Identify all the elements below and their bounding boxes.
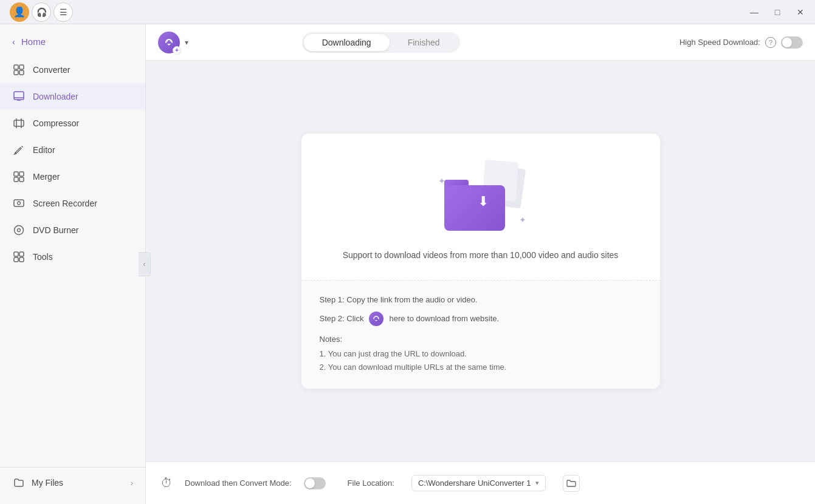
maximize-button[interactable]: □: [768, 4, 787, 21]
sidebar-item-dvd-burner[interactable]: DVD Burner: [0, 217, 145, 243]
editor-label: Editor: [33, 145, 55, 155]
notes-title: Notes:: [320, 335, 642, 344]
screen-recorder-label: Screen Recorder: [33, 199, 97, 208]
collapse-icon: ‹: [143, 260, 146, 268]
menu-button[interactable]: ☰: [53, 2, 73, 22]
sidebar-item-screen-recorder[interactable]: Screen Recorder: [0, 190, 145, 217]
svg-rect-19: [19, 252, 24, 256]
notes-section: Notes: 1. You can just drag the URL to d…: [320, 335, 642, 374]
dvd-burner-label: DVD Burner: [33, 225, 78, 235]
my-files-label: My Files: [32, 478, 63, 488]
logo-plus-icon: +: [173, 46, 181, 55]
merger-label: Merger: [33, 172, 60, 182]
convert-mode-toggle[interactable]: [304, 477, 326, 489]
svg-rect-20: [14, 257, 18, 262]
file-location-label: File Location:: [348, 478, 394, 488]
download-area: ⬇ ✦ ✦ Support to download videos from mo…: [146, 61, 815, 461]
tab-container: Downloading Finished: [302, 32, 460, 53]
help-icon[interactable]: ?: [765, 37, 776, 48]
file-location-select[interactable]: C:\Wondershare UniConverter 1 ▾: [411, 475, 546, 491]
converter-icon: [12, 63, 26, 77]
sidebar-item-downloader[interactable]: Downloader: [0, 83, 145, 110]
tab-finished[interactable]: Finished: [390, 34, 458, 51]
download-card: ⬇ ✦ ✦ Support to download videos from mo…: [301, 134, 660, 389]
minimize-button[interactable]: —: [745, 4, 764, 21]
download-arrow-icon: ⬇: [478, 194, 489, 209]
app-body: ‹ Home Converter: [0, 24, 815, 504]
sidebar-my-files[interactable]: My Files ›: [0, 467, 145, 498]
svg-point-22: [167, 39, 168, 41]
svg-rect-12: [14, 177, 18, 182]
download-description: Support to download videos from more tha…: [343, 249, 619, 262]
sidebar-wrapper: ‹ Home Converter: [0, 24, 146, 504]
svg-rect-14: [14, 200, 24, 206]
dvd-burner-icon: [12, 223, 26, 237]
sidebar-item-merger[interactable]: Merger: [0, 163, 145, 190]
high-speed-toggle[interactable]: [781, 36, 803, 49]
logo-dropdown-icon[interactable]: ▾: [185, 38, 188, 47]
merger-icon: [12, 170, 26, 183]
topbar: + ▾ Downloading Finished High Speed Down…: [146, 24, 815, 61]
inline-logo-icon: [369, 312, 383, 326]
download-illustration: ⬇ ✦ ✦: [432, 158, 529, 237]
sparkle-icon-1: ✦: [438, 176, 445, 186]
downloader-label: Downloader: [33, 92, 78, 101]
step1-text: Step 1: Copy the link from the audio or …: [320, 295, 642, 304]
svg-point-23: [170, 39, 172, 41]
headset-icon: 🎧: [36, 7, 47, 17]
screen-recorder-icon: [12, 197, 26, 210]
editor-icon: [12, 143, 26, 157]
svg-rect-0: [14, 65, 18, 69]
note-item-1: 1. You can just drag the URL to download…: [320, 347, 642, 361]
svg-rect-11: [19, 172, 24, 176]
svg-rect-18: [14, 252, 18, 256]
open-folder-button[interactable]: [563, 475, 580, 492]
sidebar-item-converter[interactable]: Converter: [0, 56, 145, 83]
svg-rect-10: [14, 172, 18, 176]
support-button[interactable]: 🎧: [32, 2, 51, 22]
compressor-label: Compressor: [33, 118, 79, 128]
home-arrow-icon: ‹: [12, 36, 15, 47]
maximize-icon: □: [775, 7, 780, 17]
sidebar-item-tools[interactable]: Tools: [0, 243, 145, 270]
sidebar-home[interactable]: ‹ Home: [0, 30, 145, 56]
close-button[interactable]: ✕: [791, 4, 810, 21]
step2-text: Step 2: Click here to download from webs…: [320, 312, 642, 326]
download-card-bottom: Step 1: Copy the link from the audio or …: [301, 281, 660, 389]
sparkle-icon-2: ✦: [519, 215, 526, 225]
main-content: + ▾ Downloading Finished High Speed Down…: [146, 24, 815, 504]
file-location-value: C:\Wondershare UniConverter 1: [418, 478, 531, 488]
sidebar-collapse-button[interactable]: ‹: [139, 252, 151, 276]
bottombar: ⏱ Download then Convert Mode: File Locat…: [146, 461, 815, 504]
downloader-icon: [12, 90, 26, 103]
tools-label: Tools: [33, 252, 53, 262]
avatar-button[interactable]: 👤: [10, 2, 29, 22]
svg-rect-4: [14, 92, 24, 100]
svg-rect-3: [19, 70, 24, 75]
converter-label: Converter: [33, 65, 70, 75]
svg-point-15: [18, 202, 21, 205]
folder-body: ⬇: [444, 185, 505, 231]
svg-point-17: [18, 229, 21, 232]
clock-icon: ⏱: [160, 476, 173, 490]
home-label: Home: [21, 36, 46, 47]
compressor-icon: [12, 117, 26, 130]
file-location-dropdown-icon: ▾: [535, 479, 539, 487]
logo-button[interactable]: +: [158, 32, 180, 53]
download-card-top: ⬇ ✦ ✦ Support to download videos from mo…: [301, 134, 660, 281]
svg-point-16: [15, 226, 24, 235]
sidebar-item-editor[interactable]: Editor: [0, 137, 145, 163]
sidebar-item-compressor[interactable]: Compressor: [0, 110, 145, 137]
close-icon: ✕: [797, 7, 804, 17]
convert-mode-label: Download then Convert Mode:: [185, 478, 292, 488]
user-icon: 👤: [13, 6, 26, 18]
sidebar: ‹ Home Converter: [0, 24, 146, 504]
svg-rect-13: [19, 177, 24, 182]
tab-downloading[interactable]: Downloading: [304, 34, 390, 51]
titlebar: 👤 🎧 ☰ — □ ✕: [0, 0, 815, 24]
high-speed-download: High Speed Download: ?: [679, 36, 803, 49]
my-files-arrow-icon: ›: [131, 478, 133, 488]
svg-rect-7: [14, 120, 24, 126]
note-item-2: 2. You can download multiple URLs at the…: [320, 361, 642, 374]
svg-rect-21: [19, 257, 24, 262]
